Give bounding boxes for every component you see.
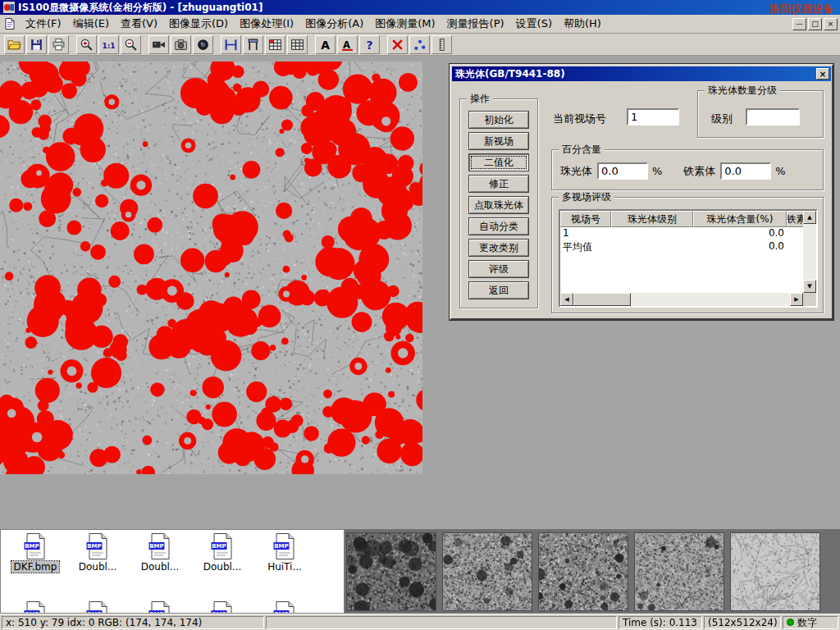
menu-item-file[interactable]: 文件(F)	[20, 14, 67, 34]
micrometer-icon[interactable]	[221, 35, 241, 54]
bmp-file-icon: BMP	[208, 600, 236, 614]
menu-item-view[interactable]: 查看(V)	[115, 14, 163, 34]
title-bar: IS100显微摄像系统(金相分析版) - [zhuguangti01] 洛阳仪器…	[0, 0, 840, 15]
mdi-restore-button[interactable]: □	[808, 18, 822, 30]
level-label: 级别	[711, 112, 733, 126]
dialog-close-button[interactable]: ×	[816, 68, 829, 80]
level-input[interactable]	[746, 108, 800, 126]
rate-button[interactable]: 评级	[468, 260, 529, 278]
open-icon[interactable]	[4, 35, 25, 54]
app-icon	[3, 2, 15, 13]
mdi-close-button[interactable]: ×	[824, 18, 838, 30]
multi-field-table: 视场号珠光体级别珠光体含量(%)铁素体含量(%) 10.0平均值0.0 ▲ ▼ …	[559, 209, 818, 308]
bmp-file-icon: BMP	[84, 532, 112, 560]
save-icon[interactable]	[26, 35, 47, 54]
thumbnail-2[interactable]	[443, 533, 532, 610]
table-header-row: 视场号珠光体级别珠光体含量(%)铁素体含量(%)	[560, 211, 803, 227]
svg-text:BMP: BMP	[87, 543, 101, 550]
file-item-partial[interactable]: BMP	[4, 600, 66, 614]
pearlite-input[interactable]	[597, 162, 648, 180]
annotate-icon[interactable]: A	[337, 35, 358, 54]
zoom-in-icon[interactable]	[76, 35, 97, 54]
scroll-left-button[interactable]: ◀	[560, 293, 573, 306]
text-icon[interactable]: A	[315, 35, 336, 54]
correct-button[interactable]: 修正	[468, 175, 529, 193]
delete-icon[interactable]	[387, 35, 408, 54]
camera-icon[interactable]	[148, 35, 169, 54]
file-item[interactable]: BMPDKF.bmp	[4, 532, 66, 573]
grid-red-icon[interactable]	[265, 35, 285, 54]
mode-status: 数字	[783, 616, 838, 629]
current-field-input[interactable]	[627, 108, 679, 126]
toolbar-separator	[308, 35, 314, 54]
table-cell: 1	[560, 227, 611, 240]
thumbnail-5[interactable]	[731, 533, 819, 610]
ferrite-input[interactable]	[720, 162, 771, 180]
menu-item-measure-report[interactable]: 测量报告(P)	[441, 14, 510, 34]
scroll-up-button[interactable]: ▲	[803, 211, 816, 224]
actual-size-icon[interactable]: 1:1	[98, 35, 119, 54]
print-icon[interactable]	[48, 35, 69, 54]
points-icon[interactable]	[409, 35, 430, 54]
change-class-button[interactable]: 更改类别	[468, 239, 529, 257]
thumbnail-1[interactable]	[347, 533, 436, 610]
menu-item-help[interactable]: 帮助(H)	[558, 14, 607, 34]
zoom-out-icon[interactable]	[121, 35, 141, 54]
mdi-window-controls: — □ ×	[792, 18, 838, 30]
pearlite-dialog: 珠光体(GB/T9441-88) × 操作 初始化新视场二值化修正点取珠光体自动…	[450, 64, 833, 320]
menu-item-image-display[interactable]: 图像显示(D)	[163, 14, 234, 34]
thumbnail-3[interactable]	[539, 533, 628, 610]
menu-items: 文件(F)编辑(E)查看(V)图像显示(D)图像处理(I)图像分析(A)图像测量…	[20, 14, 607, 34]
thumbnail-4[interactable]	[635, 533, 724, 610]
new-field-button[interactable]: 新视场	[468, 132, 529, 150]
lens-icon[interactable]	[193, 35, 213, 54]
toolbar-separator	[70, 35, 75, 54]
menu-item-image-process[interactable]: 图像处理(I)	[234, 14, 299, 34]
table-cell	[611, 240, 693, 253]
metallograph-image[interactable]	[0, 62, 422, 474]
menu-item-image-analysis[interactable]: 图像分析(A)	[299, 14, 369, 34]
file-item[interactable]: BMPDoubl...	[129, 532, 191, 573]
table-header-0[interactable]: 视场号	[560, 211, 611, 227]
scroll-down-button[interactable]: ▼	[803, 280, 816, 293]
multi-field-group-label: 多视场评级	[559, 191, 614, 203]
scrollbar-track[interactable]	[631, 293, 790, 306]
initialize-button[interactable]: 初始化	[468, 111, 529, 129]
image-size-status: (512x512x24)	[704, 616, 781, 629]
file-item[interactable]: BMPDoubl...	[66, 532, 129, 573]
table-row[interactable]: 10.0	[560, 227, 803, 240]
toolbar-separator	[381, 35, 386, 54]
return-button[interactable]: 返回	[468, 281, 529, 299]
menu-item-edit[interactable]: 编辑(E)	[67, 14, 115, 34]
vertical-scrollbar[interactable]: ▲ ▼	[803, 211, 816, 293]
scroll-right-button[interactable]: ▶	[790, 293, 803, 306]
menu-item-image-measure[interactable]: 图像测量(M)	[369, 14, 441, 34]
menu-item-settings[interactable]: 设置(S)	[510, 14, 558, 34]
pick-pearlite-button[interactable]: 点取珠光体	[468, 196, 529, 214]
file-item-partial[interactable]: BMP	[191, 600, 253, 614]
capture-icon[interactable]	[171, 35, 191, 54]
file-item-partial[interactable]: BMP	[66, 600, 129, 614]
horizontal-scrollbar-thumb[interactable]	[573, 293, 631, 306]
auto-classify-button[interactable]: 自动分类	[468, 217, 529, 235]
file-browser: BMPDKF.bmpBMPDoubl...BMPDoubl...BMPDoubl…	[0, 529, 345, 614]
file-item-partial[interactable]: BMP	[129, 600, 191, 614]
percentage-fields: 珠光体%铁素体%	[560, 162, 807, 180]
bmp-file-icon: BMP	[146, 600, 174, 614]
file-item[interactable]: BMPHuiTi...	[253, 532, 316, 573]
file-item[interactable]: BMPDoubl...	[191, 532, 253, 573]
binarize-button[interactable]: 二值化	[468, 153, 529, 171]
file-item-partial[interactable]: BMP	[253, 600, 316, 614]
table-header-2[interactable]: 珠光体含量(%)	[693, 211, 787, 227]
table-header-1[interactable]: 珠光体级别	[611, 211, 693, 227]
horizontal-scrollbar[interactable]: ◀ ▶	[560, 293, 803, 306]
table-row[interactable]: 平均值0.0	[560, 240, 803, 253]
ruler-icon[interactable]	[431, 35, 452, 54]
grid-icon[interactable]	[287, 35, 308, 54]
table-header-3[interactable]: 铁素体含量(%)	[787, 211, 803, 227]
dialog-title-bar[interactable]: 珠光体(GB/T9441-88) ×	[452, 66, 831, 81]
table-cell	[611, 227, 693, 240]
help-icon[interactable]: ?	[359, 35, 380, 54]
caliper-icon[interactable]	[243, 35, 263, 54]
mdi-minimize-button[interactable]: —	[792, 18, 806, 30]
